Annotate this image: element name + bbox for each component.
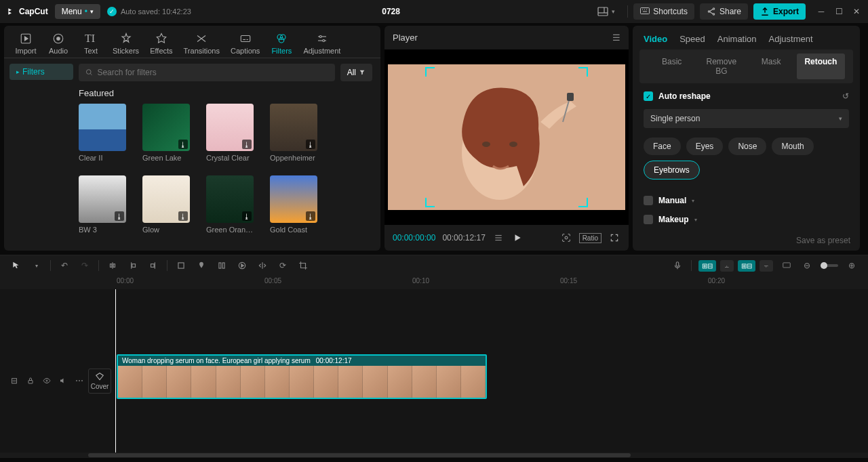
- minimize-icon[interactable]: ─: [816, 7, 826, 16]
- maximize-icon[interactable]: ☐: [834, 7, 844, 16]
- tab-video[interactable]: Video: [644, 34, 667, 44]
- all-button[interactable]: All: [340, 64, 372, 81]
- filter-item[interactable]: Clear II: [79, 104, 126, 162]
- tab-animation[interactable]: Animation: [717, 34, 757, 44]
- reset-icon[interactable]: ↺: [842, 91, 849, 101]
- tab-effects[interactable]: Effects: [144, 30, 178, 58]
- mirror-icon[interactable]: [256, 259, 269, 272]
- crop-corner[interactable]: [425, 67, 435, 77]
- timeline-ruler[interactable]: 00:00 00:05 00:10 00:15 00:20: [0, 276, 868, 289]
- rotate-icon[interactable]: ⟳: [276, 259, 290, 272]
- mic-icon[interactable]: [671, 259, 684, 272]
- tab-adjustment2[interactable]: Adjustment: [769, 34, 813, 44]
- undo-icon[interactable]: ↶: [58, 259, 71, 272]
- mute-icon[interactable]: [58, 376, 68, 385]
- crop-corner[interactable]: [578, 67, 588, 77]
- zoom-in-icon[interactable]: ⊕: [845, 259, 859, 272]
- redo-icon[interactable]: ↷: [78, 259, 92, 272]
- filter-item[interactable]: ⭳Oppenheimer: [270, 104, 317, 162]
- download-icon[interactable]: ⭳: [306, 211, 315, 221]
- player-menu-icon[interactable]: ☰: [612, 33, 620, 43]
- play-button[interactable]: [511, 232, 524, 244]
- tab-adjustment[interactable]: Adjustment: [298, 30, 346, 58]
- detach-icon[interactable]: ⫟: [760, 260, 773, 272]
- person-select[interactable]: Single person▾: [644, 109, 849, 128]
- pill-face[interactable]: Face: [644, 138, 681, 155]
- player-viewport[interactable]: [384, 49, 629, 225]
- download-icon[interactable]: ⭳: [178, 140, 188, 149]
- visibility-icon[interactable]: [42, 376, 52, 385]
- pill-eyes[interactable]: Eyes: [686, 138, 724, 155]
- speed-tool-icon[interactable]: [235, 259, 249, 272]
- subtab-retouch[interactable]: Retouch: [797, 54, 845, 79]
- trim-right-icon[interactable]: [146, 259, 160, 272]
- download-icon[interactable]: ⭳: [115, 211, 124, 221]
- more-icon[interactable]: ⋯: [75, 376, 84, 385]
- snap-on-icon[interactable]: ⊞⊟: [698, 260, 716, 272]
- zoom-slider[interactable]: [821, 264, 838, 267]
- pill-nose[interactable]: Nose: [728, 138, 766, 155]
- download-icon[interactable]: ⭳: [178, 211, 188, 221]
- manual-section[interactable]: Manual ▾: [633, 186, 860, 205]
- video-clip[interactable]: Woman dropping serum on face. European g…: [117, 354, 487, 399]
- align-icon[interactable]: ⫠: [720, 260, 734, 272]
- tab-speed[interactable]: Speed: [679, 34, 705, 44]
- trim-left-icon[interactable]: [126, 259, 140, 272]
- lock-icon[interactable]: [26, 376, 35, 385]
- preview-icon[interactable]: [780, 259, 793, 272]
- share-button[interactable]: Share: [700, 3, 748, 20]
- tab-text[interactable]: TIText: [75, 30, 107, 58]
- marker-icon[interactable]: [195, 259, 208, 272]
- pill-eyebrows[interactable]: Eyebrows: [644, 161, 700, 180]
- tab-filters[interactable]: Filters: [265, 30, 298, 58]
- tab-import[interactable]: Import: [9, 30, 42, 58]
- tab-audio[interactable]: Audio: [42, 30, 75, 58]
- filter-item[interactable]: ⭳Gold Coast: [270, 175, 317, 234]
- crop2-icon[interactable]: [296, 259, 310, 272]
- search-input[interactable]: [79, 64, 335, 81]
- tab-captions[interactable]: Captions: [225, 30, 265, 58]
- save-preset-button[interactable]: Save as preset: [796, 236, 850, 245]
- pointer-dropdown[interactable]: ▾: [30, 259, 43, 272]
- scan-icon[interactable]: [560, 232, 572, 244]
- pill-mouth[interactable]: Mouth: [772, 138, 813, 155]
- shortcuts-button[interactable]: Shortcuts: [633, 3, 694, 20]
- horizontal-scrollbar[interactable]: [0, 453, 868, 458]
- makeup-section[interactable]: Makeup ▾: [633, 205, 860, 224]
- split-icon[interactable]: [106, 259, 119, 272]
- list-icon[interactable]: [492, 232, 505, 244]
- filter-item[interactable]: ⭳Glow: [142, 175, 190, 234]
- filter-item[interactable]: ⭳Green Orange: [206, 175, 254, 234]
- tab-stickers[interactable]: Stickers: [107, 30, 144, 58]
- zoom-out-icon[interactable]: ⊖: [800, 259, 814, 272]
- manual-checkbox[interactable]: [644, 196, 653, 205]
- makeup-checkbox[interactable]: [644, 215, 653, 224]
- menu-button[interactable]: Menu•▾: [55, 4, 100, 19]
- subtab-removebg[interactable]: Remove BG: [697, 54, 745, 79]
- pointer-tool[interactable]: [9, 259, 23, 272]
- crop-tool-icon[interactable]: [174, 259, 188, 272]
- playhead[interactable]: [115, 289, 116, 453]
- layout-icon[interactable]: ▾: [591, 3, 622, 20]
- filter-item[interactable]: ⭳Green Lake: [142, 104, 190, 162]
- collapse-icon[interactable]: ⊟: [9, 376, 19, 385]
- tab-transitions[interactable]: Transitions: [178, 30, 225, 58]
- sidebar-filters[interactable]: ▸Filters: [9, 64, 73, 80]
- auto-reshape-checkbox[interactable]: ✓: [644, 91, 653, 101]
- filter-item[interactable]: ⭳Crystal Clear: [206, 104, 254, 162]
- subtab-basic[interactable]: Basic: [648, 54, 696, 79]
- freeze-icon[interactable]: [215, 259, 229, 272]
- fullscreen-icon[interactable]: [608, 232, 620, 244]
- download-icon[interactable]: ⭳: [242, 211, 252, 221]
- timeline-body[interactable]: ⊟ ⋯ Cover Woman dropping serum on face. …: [0, 289, 868, 453]
- export-button[interactable]: Export: [753, 3, 806, 20]
- link-icon[interactable]: ⊞⊟: [738, 260, 755, 272]
- download-icon[interactable]: ⭳: [306, 140, 315, 149]
- download-icon[interactable]: ⭳: [242, 140, 252, 149]
- ratio-button[interactable]: Ratio: [579, 233, 601, 243]
- subtab-mask[interactable]: Mask: [747, 54, 795, 79]
- crop-corner[interactable]: [425, 198, 435, 207]
- filter-item[interactable]: ⭳BW 3: [79, 175, 126, 234]
- crop-corner[interactable]: [578, 198, 588, 207]
- close-icon[interactable]: ✕: [852, 7, 861, 16]
